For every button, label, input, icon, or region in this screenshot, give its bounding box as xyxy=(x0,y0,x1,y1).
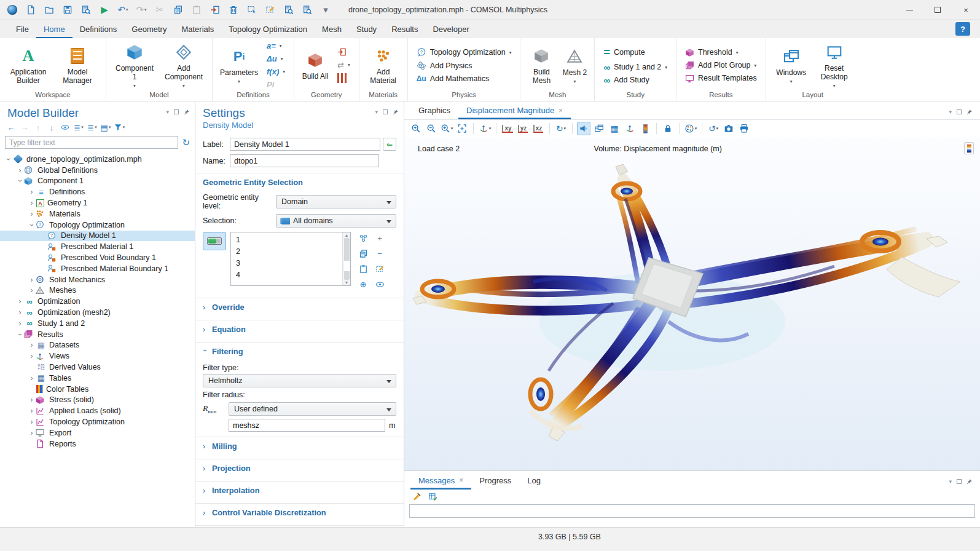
scene-light-button[interactable] xyxy=(577,122,590,135)
collapse-all-button[interactable]: ≣▾ xyxy=(86,121,98,133)
model-manager-button[interactable]: Model Manager xyxy=(54,43,101,87)
duplicate-button[interactable] xyxy=(206,2,224,18)
tab-messages[interactable]: Messages× xyxy=(410,471,471,490)
update-plot-button[interactable]: ↺▾ xyxy=(707,122,720,135)
copy-selection-button[interactable] xyxy=(355,247,371,260)
float-panel-icon[interactable] xyxy=(383,109,388,114)
add-component-button[interactable]: Add Component▾ xyxy=(160,39,207,91)
close-tab-icon[interactable]: × xyxy=(559,106,563,115)
graphics-canvas[interactable]: Load case 2 Volume: Displacement magnitu… xyxy=(404,137,980,470)
delete-button[interactable] xyxy=(225,2,242,18)
tree-item-prescribed-void-boundary-1[interactable]: Prescribed Void Boundary 1 xyxy=(0,252,195,263)
show-axes-button[interactable] xyxy=(623,122,637,135)
name-field[interactable] xyxy=(230,154,379,167)
find-button[interactable] xyxy=(280,2,297,18)
undo-button[interactable]: ↶▾ xyxy=(114,2,131,18)
tree-item-topology-optimization[interactable]: ›Topology Optimization xyxy=(0,220,195,231)
view-lock-button[interactable] xyxy=(661,122,675,135)
scroll-thumb[interactable] xyxy=(344,238,350,280)
domain-list-item[interactable]: 3 xyxy=(231,257,342,269)
tree-item-component-1[interactable]: ›Component 1 xyxy=(0,176,195,187)
menu-results[interactable]: Results xyxy=(384,20,425,38)
zoom-box-button[interactable]: ▾ xyxy=(440,122,453,135)
filter-input[interactable] xyxy=(5,136,178,149)
rename-button[interactable]: ⇐ xyxy=(383,138,396,151)
menu-topology-optimization[interactable]: Topology Optimization xyxy=(221,20,315,38)
tree-item-reports[interactable]: Reports xyxy=(0,438,195,450)
filter-radius-input[interactable] xyxy=(229,419,385,432)
copy-button[interactable] xyxy=(170,2,187,18)
selection-select[interactable]: All domains xyxy=(276,214,396,228)
model-tree-nodes-button[interactable]: ▤▾ xyxy=(100,121,112,133)
tree-item-derived-values[interactable]: 8.85 e-12Derived Values xyxy=(0,362,195,373)
menu-study[interactable]: Study xyxy=(349,20,384,38)
add-to-selection-button[interactable]: + xyxy=(372,232,388,244)
add-study-button[interactable]: ∞Add Study xyxy=(600,74,671,86)
pin-panel-icon[interactable] xyxy=(966,109,973,115)
functions-button[interactable]: f(x)▾ xyxy=(263,66,289,77)
tree-item-materials[interactable]: ›Materials xyxy=(0,208,195,220)
tree-item-export[interactable]: ›Export xyxy=(0,427,195,438)
collapse-panel-icon[interactable]: ▾ xyxy=(375,109,378,115)
tree-item-views[interactable]: ›Views xyxy=(0,351,195,362)
add-physics-button[interactable]: Add Physics xyxy=(413,60,515,72)
paste-selection-button[interactable] xyxy=(355,263,371,275)
collapse-panel-icon[interactable]: ▾ xyxy=(166,109,169,115)
tree-item-topology-optimization[interactable]: ›Topology Optimization xyxy=(0,416,195,427)
float-panel-icon[interactable] xyxy=(957,109,962,114)
section-equation[interactable]: ›Equation xyxy=(195,320,404,338)
component-button[interactable]: Component 1▾ xyxy=(111,39,158,91)
result-templates-button[interactable]: Result Templates xyxy=(681,73,761,84)
remove-details-button[interactable] xyxy=(334,72,354,84)
tree-item-geometry-1[interactable]: ›AGeometry 1 xyxy=(0,197,195,208)
menu-definitions[interactable]: Definitions xyxy=(73,20,125,38)
build-mesh-button[interactable]: Build Mesh xyxy=(525,43,557,87)
tree-item-stress-solid[interactable]: ›Stress (solid) xyxy=(0,395,195,406)
help-button[interactable]: ? xyxy=(955,22,970,36)
add-mathematics-button[interactable]: ΔuAdd Mathematics xyxy=(413,73,515,84)
compute-button[interactable]: =Compute xyxy=(600,45,671,60)
image-snapshot-button[interactable] xyxy=(722,122,735,135)
view-yz-button[interactable]: yz xyxy=(516,122,530,135)
tree-item-applied-loads-solid[interactable]: ›Applied Loads (solid) xyxy=(0,405,195,416)
forward-button[interactable]: → xyxy=(18,121,31,133)
select-box-button[interactable] xyxy=(243,2,261,18)
build-all-button[interactable]: Build All xyxy=(299,47,331,84)
insert-sequence-button[interactable] xyxy=(334,46,354,58)
pin-panel-icon[interactable] xyxy=(966,478,973,485)
chevron-collapsed-icon[interactable]: › xyxy=(15,297,25,306)
tab-progress[interactable]: Progress xyxy=(471,471,519,490)
filter-type-select[interactable]: Helmholtz xyxy=(203,374,396,387)
move-up-button[interactable]: ↑ xyxy=(32,121,44,133)
chevron-collapsed-icon[interactable]: › xyxy=(27,374,36,383)
transparency-button[interactable] xyxy=(592,122,606,135)
tree-item-tables[interactable]: ›▦Tables xyxy=(0,373,195,384)
chevron-collapsed-icon[interactable]: › xyxy=(27,188,36,196)
menu-materials[interactable]: Materials xyxy=(174,20,221,38)
tree-item-global-definitions[interactable]: ›Global Definitions xyxy=(0,165,195,176)
section-override[interactable]: ›Override xyxy=(195,298,404,316)
table-options-button[interactable] xyxy=(426,490,439,502)
tree-item-definitions[interactable]: ›≡Definitions xyxy=(0,186,195,197)
refresh-icon[interactable]: ↻ xyxy=(182,137,190,148)
chevron-collapsed-icon[interactable]: › xyxy=(15,308,25,317)
section-filtering[interactable]: › Filtering xyxy=(195,343,404,360)
pin-panel-icon[interactable] xyxy=(184,109,190,115)
chevron-expanded-icon[interactable]: › xyxy=(16,176,25,186)
chevron-expanded-icon[interactable]: › xyxy=(28,220,36,229)
update-geometry-button[interactable]: ⇄▾ xyxy=(334,59,354,71)
view-xz-button[interactable]: xz xyxy=(531,122,545,135)
clear-selection-button[interactable] xyxy=(372,263,388,275)
domain-list-item[interactable]: 4 xyxy=(231,269,342,280)
tree-item-study-1-and-2[interactable]: ›∞Study 1 and 2 xyxy=(0,318,195,329)
expand-all-button[interactable]: ≣▾ xyxy=(73,121,85,133)
mesh-button[interactable]: Mesh 2▾ xyxy=(560,44,589,87)
filter-button[interactable]: ▾ xyxy=(113,121,125,133)
section-projection[interactable]: ›Projection xyxy=(195,459,404,477)
menu-home[interactable]: Home xyxy=(36,20,73,38)
physics-interface-button[interactable]: Topology Optimization▾ xyxy=(413,46,515,58)
go-to-default-view-button[interactable]: ▾ xyxy=(478,122,492,135)
move-down-button[interactable]: ↓ xyxy=(45,121,58,133)
parameters-button[interactable]: Pi Parameters▾ xyxy=(218,44,261,87)
domain-list-item[interactable]: 1 xyxy=(231,234,342,245)
